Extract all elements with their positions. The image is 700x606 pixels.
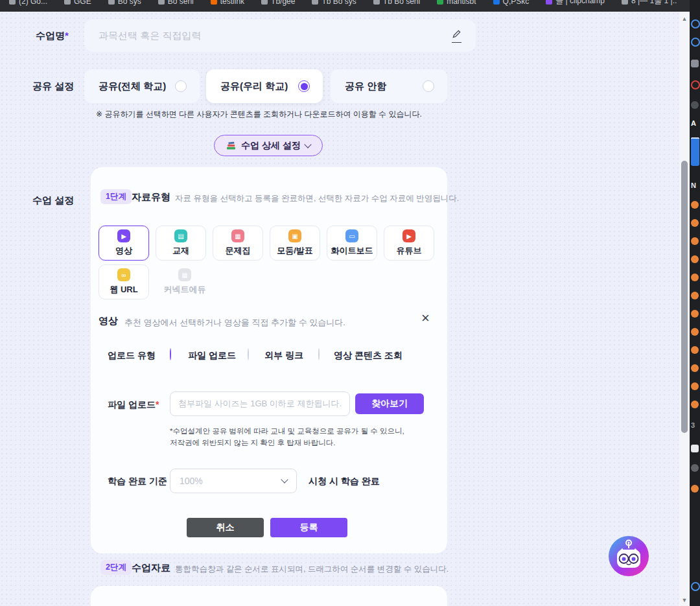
bookmark-item[interactable]: testlink (211, 0, 244, 6)
bookmark-item[interactable]: Tb/gee (261, 0, 295, 6)
page-scrollbar[interactable]: ▲ ▼ (679, 12, 690, 606)
lesson-setup-label: 수업 설정 (32, 194, 74, 207)
edge-window-icon (691, 255, 699, 263)
share-option-none[interactable]: 공유 안함 (331, 69, 447, 103)
radio-unselected-icon[interactable] (175, 80, 187, 92)
bookmark-item[interactable]: GGE (64, 0, 91, 6)
bookmark-favicon (108, 0, 115, 5)
bookmark-favicon (312, 0, 318, 5)
file-upload-label: 파일 업로드* (108, 399, 159, 411)
chatbot-mascot-button[interactable] (608, 535, 649, 577)
edit-pencil-icon[interactable] (452, 29, 461, 43)
material-whiteboard-button[interactable]: ▭ 화이트보드 (327, 226, 377, 261)
radio-external-link[interactable] (248, 348, 249, 360)
edge-window-icon: N (691, 181, 696, 189)
radio-video-content-search[interactable] (318, 348, 320, 360)
bookmark-item[interactable]: Tb Bo sys (312, 0, 356, 6)
edge-window-icon (691, 401, 699, 408)
completion-select-value: 100% (180, 476, 203, 486)
edge-window-icon (691, 60, 699, 67)
edge-window-icon (691, 292, 699, 299)
edge-window-icon (691, 445, 699, 452)
step2-badge: 2단계 (100, 560, 132, 575)
share-option-all-schools[interactable]: 공유(전체 학교) (84, 69, 200, 103)
radio-file-upload[interactable] (170, 348, 171, 360)
material-connect-edu-button: ▦ 커넥트에듀 (156, 264, 214, 299)
step2-desc: 통합학습창과 같은 순서로 표시되며, 드래그하여 순서를 변경할 수 있습니다… (175, 564, 449, 575)
material-textbook-button[interactable]: ▤ 교재 (156, 226, 206, 261)
bookmark-favicon (64, 0, 71, 5)
class-detail-settings-button[interactable]: 수업 상세 설정 (214, 135, 323, 156)
bookmark-item[interactable]: Tb Bo seni (373, 0, 420, 6)
file-upload-input[interactable]: 첨부파일 사이즈는 1GB 이하로 제한됩니다. (170, 391, 350, 416)
bookmarks-bar: (2) Go...GGEBo sysBo senitestlinkTb/geeT… (0, 0, 700, 12)
scroll-down-icon[interactable]: ▼ (679, 597, 690, 603)
edge-window-icon (691, 201, 699, 209)
video-section-desc: 추천 영상에서 선택하거나 영상을 직접 추가할 수 있습니다. (124, 317, 345, 329)
edge-window-icon (691, 219, 699, 227)
bookmark-item[interactable]: 클 | clipchamp (546, 0, 605, 6)
edge-window-icon (691, 582, 700, 591)
copyright-note-line2: 저작권에 위반되지 않는 지 확인 후 탑재 바랍니다. (170, 437, 336, 449)
share-note: ※ 공유하기를 선택하면 다른 사용자가 콘텐츠를 조회하거나 다운로드하여 이… (96, 109, 422, 120)
radio-unselected-icon[interactable] (423, 80, 434, 92)
step1-badge: 1단계 (100, 189, 132, 204)
copyright-note-line1: *수업설계안 공유 범위에 따라 교내 및 교육청으로 공유가 될 수 있으니, (170, 425, 404, 437)
class-name-label: 수업명* (36, 30, 69, 42)
file-upload-placeholder: 첨부파일 사이즈는 1GB 이하로 제한됩니다. (170, 398, 342, 410)
edge-window-icon (691, 464, 699, 472)
edge-window-icon (691, 485, 699, 493)
upload-option-video-content[interactable]: 영상 콘텐츠 조회 (334, 350, 402, 362)
video-icon: ▶ (117, 229, 130, 242)
scroll-up-icon[interactable]: ▲ (679, 16, 690, 22)
material-video-button[interactable]: ▶ 영상 (99, 226, 149, 261)
close-icon[interactable]: × (421, 312, 430, 324)
share-settings-label: 공유 설정 (32, 80, 74, 93)
adjacent-window-edge: AN3 (690, 0, 700, 606)
radio-selected-icon[interactable] (298, 80, 310, 92)
scrollbar-thumb[interactable] (681, 161, 688, 433)
edge-window-icon (691, 346, 699, 354)
edge-window-icon (691, 364, 699, 372)
bookmark-item[interactable]: mantisbt (437, 0, 476, 6)
material-youtube-button[interactable]: ▶ 유튜브 (384, 226, 434, 261)
edge-window-icon (691, 382, 699, 390)
completion-select[interactable]: 100% (170, 469, 297, 493)
bookmark-favicon (622, 0, 628, 5)
edge-window-icon: A (691, 119, 696, 127)
class-name-input[interactable]: 과목선택 혹은 직접입력 (84, 19, 476, 52)
lesson-materials-panel (91, 586, 447, 606)
edge-window-icon (691, 274, 699, 281)
bookmark-item[interactable]: Bo seni (158, 0, 194, 6)
link-icon: ∞ (117, 268, 130, 281)
upload-option-external-link[interactable]: 외부 링크 (264, 350, 303, 362)
submit-button[interactable]: 등록 (270, 518, 347, 537)
bookmark-favicon (437, 0, 443, 5)
bookmark-favicon (211, 0, 217, 5)
bookmark-item[interactable]: 8 |— 1울 1 |.. (622, 0, 677, 6)
edge-window-icon (691, 310, 699, 318)
material-web-url-button[interactable]: ∞ 웹 URL (99, 264, 149, 299)
bookmark-item[interactable]: (2) Go... (9, 0, 47, 6)
cancel-button[interactable]: 취소 (187, 518, 264, 537)
share-option-our-school[interactable]: 공유(우리 학교) (206, 69, 323, 103)
material-workbook-button[interactable]: ▦ 문제집 (213, 226, 263, 261)
edge-window-icon (691, 19, 700, 29)
whiteboard-icon: ▭ (345, 229, 358, 242)
youtube-icon: ▶ (402, 229, 415, 242)
bookmark-favicon (261, 0, 268, 5)
connect-edu-icon: ▦ (178, 268, 191, 281)
books-icon (226, 141, 237, 150)
screen: (2) Go...GGEBo sysBo senitestlinkTb/geeT… (0, 0, 700, 606)
bookmark-favicon (373, 0, 380, 5)
bookmark-item[interactable]: Bo sys (108, 0, 141, 6)
edge-window-icon (691, 137, 699, 166)
video-section-title: 영상 (99, 315, 118, 327)
chevron-down-icon (281, 476, 288, 483)
class-name-placeholder: 과목선택 혹은 직접입력 (99, 30, 201, 42)
upload-type-label: 업로드 유형 (108, 350, 156, 362)
bookmark-item[interactable]: Q,PSkc (493, 0, 530, 6)
material-group-presentation-button[interactable]: ▣ 모둠/발표 (270, 226, 320, 261)
browse-button[interactable]: 찾아보기 (355, 393, 424, 414)
upload-option-file[interactable]: 파일 업로드 (188, 350, 236, 362)
